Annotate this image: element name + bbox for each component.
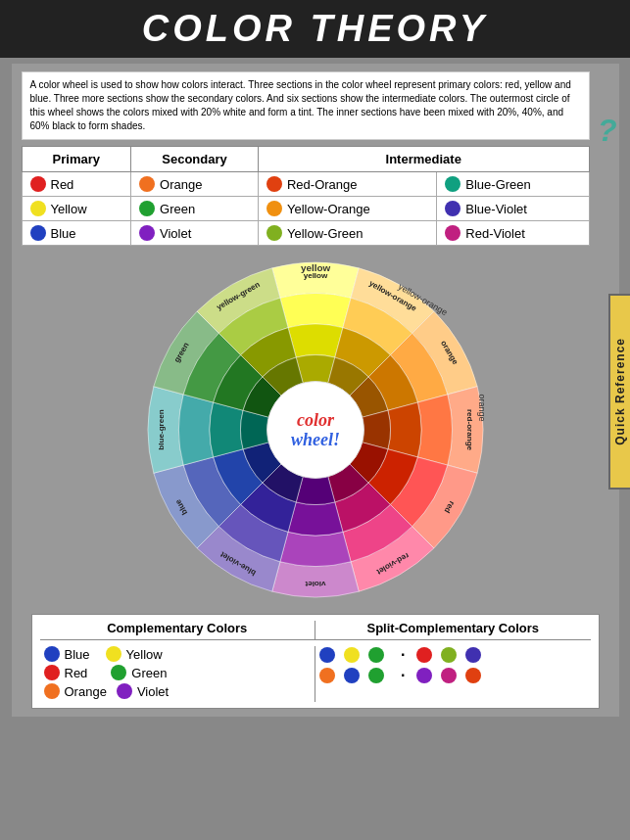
bottom-header: Complementary Colors Split-Complementary… [40,621,591,640]
int-yellow-green-label: Yellow-Green [287,226,363,241]
segment-red-orange-ring2 [387,402,420,457]
segment-violet-ring1 [279,532,350,566]
col-header-secondary: Secondary [131,147,259,172]
complementary-title: Complementary Colors [40,621,316,639]
comp-yellow-label: Yellow [126,647,163,662]
col-header-primary: Primary [22,147,131,172]
comp-row-3: Orange Violet [44,683,312,699]
sc-separator: · [401,646,405,664]
primary-yellow-label: Yellow [51,202,87,216]
sc2-dot-6 [465,668,481,683]
segment-violet-ring0 [271,562,359,597]
segment-violet-ring2 [288,502,343,536]
label-yellow: yellow [300,262,330,273]
int-yellow-orange-label: Yellow-Orange [287,202,370,216]
sc-dot-4 [416,647,432,663]
primary-red-label: Red [51,177,74,192]
secondary-violet: Violet [131,221,259,246]
description-box: A color wheel is used to show how colors… [22,71,590,140]
page-title: COLOR THEORY [0,0,630,58]
wheel-label-blue-green: blue-green [156,409,165,449]
sc2-separator: · [401,667,405,684]
yellow-dot [30,201,46,216]
int-blue-violet-label: Blue-Violet [465,202,527,216]
sc2-dot-1 [319,668,335,683]
intermediate-blue-green: Blue-Green [437,172,589,197]
comp-row-1: Blue Yellow [44,646,312,662]
blue-violet-dot [445,201,460,216]
bottom-section: Complementary Colors Split-Complementary… [31,614,600,709]
table-row: Yellow Green Yellow-Orange [22,197,589,221]
segment-red-orange-ring1 [417,395,452,465]
yellow-green-dot [267,225,282,241]
intermediate-blue-violet: Blue-Violet [437,197,589,221]
comp-violet-dot [117,683,132,699]
sc2-dot-4 [416,668,432,683]
intermediate-red-orange: Red-Orange [258,172,436,197]
comp-orange-dot [44,683,60,699]
color-wheel-container: yellowyellow-orangeorangered-orangeredre… [31,254,600,606]
table-row: Red Orange Red-Orange [22,172,589,197]
yellow-orange-dot [267,201,282,216]
secondary-green: Green [131,197,259,221]
primary-red: Red [22,172,131,197]
comp-violet-label: Violet [137,684,169,699]
comp-red-label: Red [65,666,88,680]
primary-yellow: Yellow [22,197,131,221]
red-dot [30,176,46,192]
question-mark-icon[interactable]: ? [598,113,617,149]
col-header-intermediate: Intermediate [258,147,589,172]
secondary-violet-label: Violet [160,226,191,241]
segment-blue-green-ring0 [148,387,183,474]
intermediate-red-violet: Red-Violet [437,221,589,246]
segment-yellow-ring2 [288,324,343,357]
orange-dot [139,176,155,192]
comp-blue-dot [44,646,60,662]
color-wheel: yellowyellow-orangeorangered-orangeredre… [139,254,492,606]
sc-dot-6 [465,647,481,663]
primary-blue: Blue [22,221,131,246]
bottom-content: Blue Yellow Red Green Orange Violet [40,646,591,702]
blue-primary-dot [30,225,46,241]
green-dot [139,201,155,216]
color-theory-table: Primary Secondary Intermediate Red Orang… [22,146,590,246]
center-text-color: color [297,410,335,430]
segment-yellow-ring1 [279,294,350,328]
violet-dot [139,225,155,241]
segment-blue-green-ring1 [178,395,213,465]
comp-green-label: Green [131,666,167,680]
int-red-orange-label: Red-Orange [287,177,358,192]
primary-blue-label: Blue [51,226,76,241]
comp-orange-label: Orange [65,684,107,699]
intermediate-yellow-orange: Yellow-Orange [258,197,436,221]
sc2-dot-3 [368,668,384,683]
int-blue-green-label: Blue-Green [465,177,530,192]
comp-red-dot [44,665,60,680]
secondary-green-label: Green [160,202,195,216]
sc2-dot-5 [441,668,457,683]
comp-row-2: Red Green [44,665,312,680]
segment-blue-green-ring2 [210,402,243,457]
wheel-label-violet: violet [305,580,325,588]
center-text-wheel: wheel! [290,430,339,449]
split-complementary-title: Split-Complementary Colors [315,621,591,639]
split-dots-row1: · [319,646,587,664]
comp-yellow-dot [106,646,121,662]
sc-dot-5 [441,647,457,663]
quick-reference-sidebar[interactable]: Quick Reference [608,294,630,490]
table-row: Blue Violet Yellow-Green [22,221,589,246]
sc-dot-3 [368,647,384,663]
complementary-col: Blue Yellow Red Green Orange Violet [40,646,316,702]
comp-green-dot [111,665,126,680]
main-content: A color wheel is used to show how colors… [12,64,619,717]
split-complementary-col: · · [315,646,591,702]
comp-blue-label: Blue [65,647,90,662]
intermediate-yellow-green: Yellow-Green [258,221,436,246]
secondary-orange: Orange [131,172,259,197]
wheel-label-red-orange: red-orange [465,409,474,451]
int-red-violet-label: Red-Violet [465,226,524,241]
sc-dot-1 [319,647,335,663]
red-violet-dot [445,225,460,241]
red-orange-dot [267,176,282,192]
split-dots-row2: · [319,667,587,684]
